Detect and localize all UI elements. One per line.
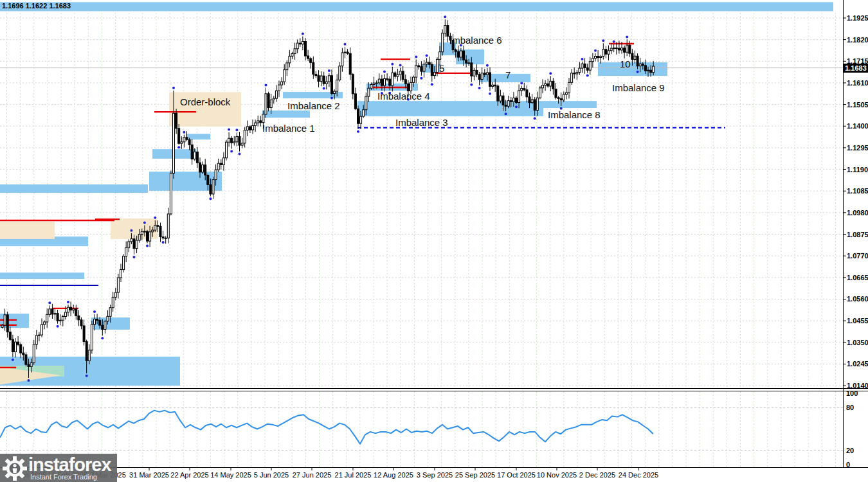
fractal-down-dot (146, 244, 149, 247)
fractal-up-dot (344, 43, 347, 46)
candle-body (328, 76, 330, 82)
candle-body (1, 325, 3, 327)
fractal-down-dot (86, 375, 88, 377)
fractal-down-dot (230, 150, 233, 153)
candle-body (204, 165, 206, 175)
imbalance-zone-zone-f (0, 272, 84, 279)
candle-body (418, 66, 420, 67)
fractal-down-dot (177, 146, 180, 148)
candle-body (257, 121, 259, 123)
fractal-down-dot (586, 75, 589, 77)
candle-body (618, 48, 620, 50)
candle-body (389, 79, 391, 85)
candle-body (444, 26, 446, 33)
candle-body (653, 66, 655, 73)
candle-body (494, 85, 496, 86)
fractal-down-dot (330, 97, 333, 100)
candle-body (378, 79, 380, 83)
candle-body (457, 51, 459, 57)
candle-body (9, 332, 11, 340)
fractal-up-dot (399, 64, 402, 66)
fractal-down-dot (162, 241, 165, 244)
candle-body (73, 309, 75, 310)
candle-body (112, 297, 114, 307)
candle-body (565, 93, 567, 94)
candle-body (294, 49, 296, 54)
candle-body (579, 68, 581, 72)
fractal-up-dot (444, 15, 446, 18)
candle-body (54, 314, 56, 314)
candle-body (64, 312, 66, 317)
candle-body (138, 235, 140, 240)
candle-body (315, 74, 317, 75)
candle-body (296, 43, 298, 49)
candle-body (33, 344, 35, 363)
fractal-up-dot (426, 54, 428, 57)
candle-body (147, 231, 149, 241)
fractal-up-dot (265, 84, 267, 87)
candle-body (178, 129, 180, 143)
candle-body (368, 88, 370, 96)
candle-body (284, 70, 285, 82)
candle-body (120, 270, 122, 278)
candle-body (415, 66, 417, 77)
candle-body (621, 48, 623, 50)
candle-body (574, 73, 575, 74)
candle-body (505, 105, 507, 106)
candle-body (75, 309, 77, 316)
candle-body (365, 96, 367, 110)
candle-body (476, 70, 478, 74)
candle-body (595, 57, 597, 58)
candle-body (534, 100, 536, 111)
candle-body (188, 139, 190, 145)
candle-body (339, 66, 341, 80)
candle-body (392, 73, 393, 85)
candle-body (402, 71, 404, 80)
candle-body (125, 247, 127, 256)
candle-body (273, 98, 275, 100)
chart-canvas[interactable] (0, 0, 868, 482)
candle-body (466, 60, 467, 63)
fractal-up-dot (594, 49, 597, 52)
candle-body (426, 62, 428, 64)
candle-body (334, 91, 336, 94)
candle-body (431, 64, 433, 75)
candle-body (107, 316, 109, 321)
fractal-down-dot (470, 84, 473, 86)
candle-body (23, 353, 24, 355)
candle-body (592, 58, 593, 62)
beige-zone-ob-left (0, 222, 55, 239)
candle-body (404, 80, 406, 84)
candle-body (468, 63, 470, 64)
fractal-up-dot (613, 40, 615, 43)
candle-body (305, 42, 307, 56)
imbalance-zone-imbalance-1 (262, 111, 310, 118)
fractal-up-dot (486, 64, 489, 67)
candle-body (212, 180, 214, 194)
candle-body (552, 81, 554, 89)
candle-body (323, 76, 325, 84)
candle-body (629, 45, 631, 53)
candle-body (571, 73, 573, 83)
candle-body (152, 230, 154, 232)
candle-body (191, 145, 193, 159)
candle-body (452, 40, 454, 50)
candle-body (608, 51, 610, 54)
oscillator-line (0, 411, 653, 444)
fractal-up-dot (48, 301, 51, 304)
candle-body (555, 89, 557, 98)
candle-body (30, 362, 32, 366)
candle-body (576, 73, 578, 74)
candle-body (41, 325, 43, 335)
candle-body (231, 138, 233, 143)
candle-body (270, 100, 272, 107)
fractal-up-dot (130, 229, 132, 232)
candle-body (320, 76, 322, 81)
fractal-down-dot (357, 130, 359, 133)
candle-body (78, 316, 80, 319)
candle-body (331, 76, 333, 94)
candle-body (86, 342, 87, 361)
candle-body (194, 152, 195, 159)
candle-body (489, 73, 491, 86)
fractal-up-dot (391, 63, 393, 66)
